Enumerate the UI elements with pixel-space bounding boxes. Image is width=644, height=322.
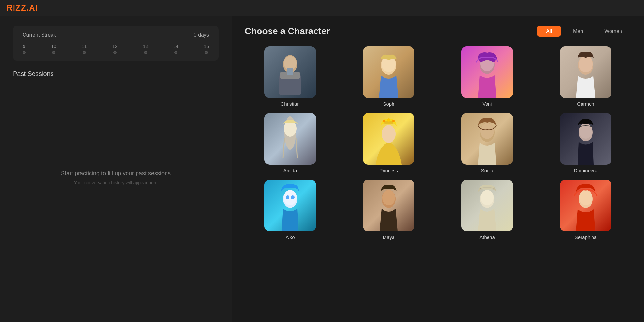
character-image-aiko [264, 180, 316, 231]
character-image-amida [264, 113, 316, 165]
character-name-athena: Athena [479, 234, 495, 240]
character-name-vani: Vani [483, 101, 492, 107]
filter-btn-women[interactable]: Women [595, 26, 631, 37]
past-sessions-section: Past Sessions Start practicing to fill u… [13, 70, 219, 271]
character-card-sonia[interactable]: Sonia [442, 113, 533, 173]
character-card-maya[interactable]: Maya [343, 180, 434, 240]
streak-day-number: 10 [51, 44, 56, 49]
streak-dots: 9 10 11 12 13 14 15 [23, 44, 209, 54]
streak-header: Current Streak 0 days [23, 32, 209, 38]
character-card-seraphina[interactable]: Seraphina [540, 180, 631, 240]
empty-sessions-main: Start practicing to fill up your past se… [61, 170, 171, 177]
filter-btn-all[interactable]: All [537, 26, 561, 37]
streak-day: 15 [204, 44, 209, 54]
character-name-amida: Amida [283, 168, 297, 173]
character-image-sonia [461, 113, 513, 165]
character-image-maya [363, 180, 414, 231]
character-card-vani[interactable]: Vani [442, 46, 533, 107]
past-sessions-title: Past Sessions [13, 70, 219, 78]
svg-point-40 [481, 190, 494, 205]
filter-buttons: AllMenWomen [537, 26, 631, 37]
svg-point-22 [387, 118, 390, 122]
streak-dot [83, 51, 86, 54]
streak-day: 10 [51, 44, 56, 54]
character-name-soph: Soph [383, 101, 394, 107]
character-name-domineera: Domineera [574, 168, 597, 173]
character-card-athena[interactable]: Athena [442, 180, 533, 240]
character-image-christian [264, 46, 316, 98]
empty-sessions: Start practicing to fill up your past se… [13, 84, 219, 271]
streak-title: Current Streak [23, 32, 56, 38]
streak-day: 13 [143, 44, 148, 54]
streak-dot [144, 51, 147, 54]
character-name-carmen: Carmen [577, 101, 594, 107]
content-area: Choose a Character AllMenWomen [232, 16, 644, 322]
svg-point-34 [291, 195, 295, 199]
character-image-athena [461, 180, 513, 231]
character-name-seraphina: Seraphina [575, 234, 597, 240]
character-image-domineera [560, 113, 611, 165]
logo: RIZZ.AI [6, 3, 38, 13]
character-image-carmen [560, 46, 611, 98]
svg-point-23 [392, 120, 395, 122]
streak-day: 12 [112, 44, 118, 54]
character-name-maya: Maya [383, 234, 395, 240]
svg-point-37 [382, 190, 395, 205]
character-name-sonia: Sonia [481, 168, 493, 173]
svg-point-21 [383, 120, 385, 122]
character-name-princess: Princess [379, 168, 398, 173]
streak-days: 0 days [194, 32, 209, 38]
streak-dot [52, 51, 55, 54]
svg-point-4 [284, 56, 297, 70]
character-grid: Christian Soph [245, 46, 631, 240]
header: RIZZ.AI [0, 0, 644, 16]
svg-point-41 [480, 185, 494, 190]
streak-dot [113, 51, 117, 54]
svg-point-14 [579, 56, 593, 72]
character-image-seraphina [560, 180, 611, 231]
streak-dot [174, 51, 177, 54]
main-layout: Current Streak 0 days 9 10 11 12 13 14 1… [0, 16, 644, 322]
svg-point-44 [579, 190, 592, 205]
character-name-christian: Christian [280, 101, 299, 107]
streak-day: 14 [174, 44, 179, 54]
svg-point-33 [286, 195, 289, 199]
character-card-christian[interactable]: Christian [245, 46, 336, 107]
svg-point-26 [480, 123, 494, 139]
svg-point-32 [284, 190, 297, 205]
character-card-domineera[interactable]: Domineera [540, 113, 631, 173]
content-header: Choose a Character AllMenWomen [245, 26, 631, 37]
streak-dot [205, 51, 208, 54]
svg-rect-5 [287, 68, 293, 75]
streak-card: Current Streak 0 days 9 10 11 12 13 14 1… [13, 26, 219, 61]
streak-day: 9 [23, 44, 26, 54]
character-card-amida[interactable]: Amida [245, 113, 336, 173]
sidebar: Current Streak 0 days 9 10 11 12 13 14 1… [0, 16, 232, 322]
character-card-carmen[interactable]: Carmen [540, 46, 631, 107]
choose-title: Choose a Character [245, 26, 330, 36]
svg-point-19 [382, 125, 396, 143]
streak-day-number: 15 [204, 44, 209, 49]
streak-day: 11 [82, 44, 87, 54]
streak-day-number: 12 [112, 44, 118, 49]
streak-day-number: 11 [82, 44, 87, 49]
character-image-vani [461, 46, 513, 98]
streak-day-number: 9 [23, 44, 25, 49]
streak-dot [23, 51, 26, 54]
character-image-soph [363, 46, 414, 98]
streak-day-number: 14 [174, 44, 179, 49]
empty-sessions-sub: Your conversation history will appear he… [74, 180, 157, 185]
filter-btn-men[interactable]: Men [564, 26, 592, 37]
character-card-soph[interactable]: Soph [343, 46, 434, 107]
streak-day-number: 13 [143, 44, 148, 49]
character-card-aiko[interactable]: Aiko [245, 180, 336, 240]
character-card-princess[interactable]: Princess [343, 113, 434, 173]
character-image-princess [363, 113, 414, 165]
character-name-aiko: Aiko [285, 234, 295, 240]
